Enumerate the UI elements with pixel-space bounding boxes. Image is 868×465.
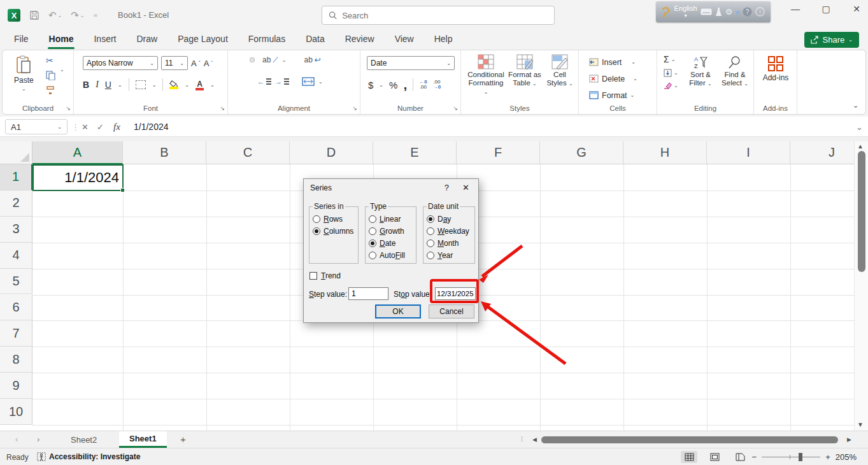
comma-style-button[interactable]: ,: [403, 82, 407, 87]
zoom-level[interactable]: 205%: [836, 452, 857, 462]
borders-button[interactable]: [136, 80, 146, 89]
align-middle-button[interactable]: [242, 58, 246, 62]
column-header-a[interactable]: A: [32, 141, 123, 164]
tool-icon[interactable]: [715, 7, 722, 17]
radio-button-icon[interactable]: [313, 215, 320, 223]
format-cells-button[interactable]: Format⌄: [589, 87, 634, 103]
share-button[interactable]: Share⌄: [804, 32, 859, 48]
ok-button[interactable]: OK: [375, 304, 421, 318]
select-all-corner[interactable]: [0, 141, 32, 164]
customize-toolbar-icon[interactable]: ≂: [94, 13, 98, 18]
decrease-indent-button[interactable]: ←: [257, 78, 271, 85]
align-right-button[interactable]: [250, 80, 253, 83]
tab-formulas[interactable]: Formulas: [241, 31, 293, 50]
number-format-select[interactable]: Date⌄: [367, 56, 455, 70]
tab-help[interactable]: Help: [427, 31, 460, 50]
increase-indent-button[interactable]: →: [275, 78, 289, 85]
paste-button[interactable]: Paste⌄: [14, 55, 34, 92]
column-header-d[interactable]: D: [290, 141, 373, 164]
scroll-down-arrow-icon[interactable]: ▼: [857, 421, 864, 428]
tab-page-layout[interactable]: Page Layout: [170, 31, 236, 50]
radio-button-icon[interactable]: [369, 240, 376, 247]
save-icon[interactable]: [29, 10, 39, 20]
tab-data[interactable]: Data: [298, 31, 332, 50]
radio-month[interactable]: Month: [427, 237, 471, 249]
radio-linear[interactable]: Linear: [369, 213, 413, 225]
column-header-i[interactable]: I: [707, 141, 790, 164]
redo-button[interactable]: ↷⌄: [71, 10, 84, 21]
number-dialog-launcher-icon[interactable]: ↘: [453, 105, 458, 111]
accessibility-status[interactable]: Accessibility: Investigate: [37, 452, 140, 461]
radio-weekday[interactable]: Weekday: [427, 225, 471, 237]
trend-checkbox[interactable]: Trend: [309, 271, 341, 280]
tab-review[interactable]: Review: [338, 31, 382, 50]
enter-formula-icon[interactable]: ✓: [97, 119, 104, 134]
row-header-2[interactable]: 2: [0, 190, 32, 217]
cancel-button[interactable]: Cancel: [429, 304, 474, 318]
maximize-button[interactable]: ▢: [820, 4, 832, 14]
column-header-h[interactable]: H: [623, 141, 707, 164]
page-layout-view-button[interactable]: [706, 451, 723, 463]
italic-button[interactable]: I: [96, 80, 99, 90]
radio-rows[interactable]: Rows: [313, 213, 355, 225]
orientation-button[interactable]: ab⟋: [262, 55, 278, 64]
page-break-view-button[interactable]: [732, 451, 748, 463]
stop-value-input[interactable]: [435, 287, 476, 300]
row-header-8[interactable]: 8: [0, 347, 32, 373]
fill-handle[interactable]: [120, 188, 125, 192]
orientation-chevron-icon[interactable]: ⌄: [282, 57, 287, 63]
browser-e-icon[interactable]: e: [736, 7, 739, 17]
expand-formula-bar-chevron-icon[interactable]: ⌄: [856, 119, 863, 134]
radio-autofill[interactable]: AutoFill: [369, 249, 413, 261]
font-color-chevron-icon[interactable]: ⌄: [210, 82, 215, 88]
radio-day[interactable]: Day: [427, 213, 471, 225]
align-center-button[interactable]: [242, 80, 246, 83]
scroll-up-arrow-icon[interactable]: ▲: [857, 143, 864, 150]
tab-draw[interactable]: Draw: [129, 31, 165, 50]
underline-button[interactable]: U: [105, 80, 111, 90]
addins-button[interactable]: Add-ins: [759, 55, 792, 82]
fill-color-button[interactable]: [169, 80, 178, 89]
cell-styles-button[interactable]: Cell Styles ⌄: [544, 54, 576, 88]
column-header-e[interactable]: E: [373, 141, 457, 164]
radio-date[interactable]: Date: [369, 237, 413, 249]
align-top-button[interactable]: [234, 58, 238, 62]
align-left-button[interactable]: [234, 80, 238, 83]
cut-icon[interactable]: ✂: [46, 55, 55, 66]
formula-input[interactable]: [134, 119, 847, 134]
dialog-help-icon[interactable]: ?: [445, 183, 449, 192]
format-painter-icon[interactable]: [46, 85, 55, 95]
merge-center-chevron-icon[interactable]: ⌄: [318, 79, 323, 85]
row-header-10[interactable]: 10: [0, 399, 32, 425]
keyboard-icon[interactable]: [701, 8, 712, 15]
insert-cells-button[interactable]: Insert⌄: [589, 54, 636, 70]
increase-font-button[interactable]: Aˆ: [191, 59, 201, 68]
increase-decimal-button[interactable]: ←0.00: [419, 80, 427, 90]
trend-checkbox-box[interactable]: [309, 272, 317, 280]
find-select-button[interactable]: Find & Select ⌄: [718, 55, 751, 88]
fill-button[interactable]: ⌄: [664, 69, 678, 77]
column-header-c[interactable]: C: [206, 141, 290, 164]
horizontal-scroll-thumb[interactable]: [541, 436, 838, 443]
undo-button[interactable]: ↶⌄: [48, 10, 62, 21]
row-header-7[interactable]: 7: [0, 320, 32, 347]
settings-gear-icon[interactable]: ⚙: [725, 7, 733, 17]
wrap-text-button[interactable]: ab↩: [304, 55, 320, 64]
zoom-slider[interactable]: [762, 457, 820, 457]
bold-button[interactable]: B: [83, 80, 89, 90]
info-circle-icon[interactable]: i: [755, 7, 765, 17]
step-value-input[interactable]: [348, 287, 388, 300]
accounting-format-button[interactable]: $: [368, 80, 373, 90]
row-header-4[interactable]: 4: [0, 243, 32, 269]
radio-button-icon[interactable]: [369, 227, 376, 235]
tab-insert[interactable]: Insert: [86, 31, 124, 50]
radio-button-icon[interactable]: [369, 215, 376, 223]
radio-button-icon[interactable]: [313, 227, 320, 235]
radio-button-icon[interactable]: [427, 227, 434, 235]
column-header-f[interactable]: F: [457, 141, 540, 164]
column-header-g[interactable]: G: [540, 141, 623, 164]
row-header-5[interactable]: 5: [0, 269, 32, 295]
row-header-9[interactable]: 9: [0, 373, 32, 399]
scroll-right-arrow-icon[interactable]: ▶: [847, 436, 851, 443]
fill-color-chevron-icon[interactable]: ⌄: [185, 82, 189, 88]
